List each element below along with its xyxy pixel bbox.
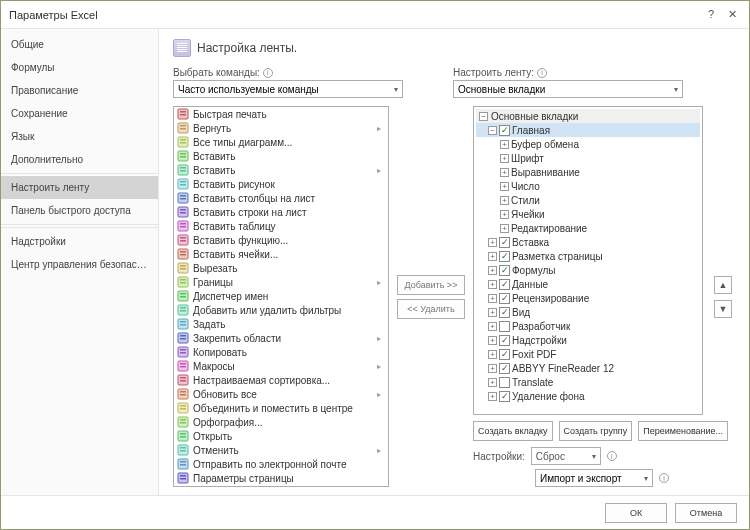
tree-item[interactable]: +✓Рецензирование [476, 291, 700, 305]
tree-item[interactable]: +✓Разметка страницы [476, 249, 700, 263]
checkbox[interactable]: ✓ [499, 349, 510, 360]
expander-icon[interactable]: + [488, 336, 497, 345]
tree-item[interactable]: +Разработчик [476, 319, 700, 333]
close-icon[interactable]: ✕ [728, 8, 737, 21]
cancel-button[interactable]: Отмена [675, 503, 737, 523]
expander-icon[interactable]: + [488, 280, 497, 289]
checkbox[interactable]: ✓ [499, 363, 510, 374]
expander-icon[interactable]: + [500, 196, 509, 205]
command-item[interactable]: Вставить строки на лист [174, 205, 388, 219]
sidebar-item[interactable]: Дополнительно [1, 148, 158, 171]
expander-icon[interactable]: + [488, 350, 497, 359]
ok-button[interactable]: ОК [605, 503, 667, 523]
tree-item[interactable]: +Редактирование [476, 221, 700, 235]
sidebar-item[interactable]: Надстройки [1, 230, 158, 253]
tree-item[interactable]: +✓Вставка [476, 235, 700, 249]
tree-item[interactable]: +Ячейки [476, 207, 700, 221]
command-item[interactable]: Добавить или удалить фильтры [174, 303, 388, 317]
info-icon[interactable]: i [537, 68, 547, 78]
command-item[interactable]: Отправить по электронной почте [174, 457, 388, 471]
command-item[interactable]: Вставить таблицу [174, 219, 388, 233]
command-item[interactable]: Обновить все▸ [174, 387, 388, 401]
command-item[interactable]: Параметры страницы [174, 471, 388, 485]
checkbox[interactable]: ✓ [499, 293, 510, 304]
expander-icon[interactable]: + [488, 392, 497, 401]
expander-icon[interactable]: + [488, 308, 497, 317]
tree-item[interactable]: +Число [476, 179, 700, 193]
expander-icon[interactable]: − [488, 126, 497, 135]
expander-icon[interactable]: + [500, 140, 509, 149]
remove-button[interactable]: << Удалить [397, 299, 465, 319]
command-item[interactable]: Задать [174, 317, 388, 331]
tree-item[interactable]: +✓Надстройки [476, 333, 700, 347]
new-tab-button[interactable]: Создать вкладку [473, 421, 553, 441]
expander-icon[interactable]: − [479, 112, 488, 121]
expander-icon[interactable]: + [488, 266, 497, 275]
reset-combo[interactable]: Сброс ▾ [531, 447, 601, 465]
expander-icon[interactable]: + [488, 322, 497, 331]
command-item[interactable]: Вставить функцию... [174, 233, 388, 247]
command-item[interactable]: Быстрая печать [174, 107, 388, 121]
checkbox[interactable]: ✓ [499, 251, 510, 262]
tree-item[interactable]: +Translate [476, 375, 700, 389]
command-item[interactable]: Настраиваемая сортировка... [174, 373, 388, 387]
command-item[interactable]: Все типы диаграмм... [174, 135, 388, 149]
sidebar-item[interactable]: Общие [1, 33, 158, 56]
tree-item[interactable]: +Шрифт [476, 151, 700, 165]
ribbon-tree[interactable]: −Основные вкладки−✓Главная+Буфер обмена+… [473, 106, 703, 415]
sidebar-item[interactable]: Панель быстрого доступа [1, 199, 158, 222]
tree-item[interactable]: +✓Формулы [476, 263, 700, 277]
tree-item[interactable]: +Выравнивание [476, 165, 700, 179]
checkbox[interactable]: ✓ [499, 391, 510, 402]
sidebar-item[interactable]: Формулы [1, 56, 158, 79]
command-item[interactable]: Вернуть▸ [174, 121, 388, 135]
checkbox[interactable]: ✓ [499, 237, 510, 248]
sidebar-item[interactable]: Правописание [1, 79, 158, 102]
expander-icon[interactable]: + [488, 364, 497, 373]
checkbox[interactable]: ✓ [499, 279, 510, 290]
expander-icon[interactable]: + [500, 182, 509, 191]
checkbox[interactable] [499, 377, 510, 388]
expander-icon[interactable]: + [500, 224, 509, 233]
command-item[interactable]: Границы▸ [174, 275, 388, 289]
checkbox[interactable]: ✓ [499, 125, 510, 136]
info-icon[interactable]: i [607, 451, 617, 461]
command-item[interactable]: Вставить▸ [174, 163, 388, 177]
tree-item[interactable]: +✓ABBYY FineReader 12 [476, 361, 700, 375]
tree-item[interactable]: +✓Удаление фона [476, 389, 700, 403]
tree-item[interactable]: +✓Вид [476, 305, 700, 319]
checkbox[interactable] [499, 321, 510, 332]
tree-item[interactable]: +✓Foxit PDF [476, 347, 700, 361]
expander-icon[interactable]: + [488, 252, 497, 261]
command-item[interactable]: Макросы▸ [174, 359, 388, 373]
import-export-combo[interactable]: Импорт и экспорт ▾ [535, 469, 653, 487]
command-item[interactable]: Диспетчер имен [174, 289, 388, 303]
command-item[interactable]: Вырезать [174, 261, 388, 275]
checkbox[interactable]: ✓ [499, 265, 510, 276]
command-item[interactable]: Копировать [174, 345, 388, 359]
expander-icon[interactable]: + [488, 238, 497, 247]
expander-icon[interactable]: + [500, 168, 509, 177]
checkbox[interactable]: ✓ [499, 335, 510, 346]
expander-icon[interactable]: + [500, 210, 509, 219]
customize-ribbon-combo[interactable]: Основные вкладки ▾ [453, 80, 683, 98]
command-item[interactable]: Вставить рисунок [174, 177, 388, 191]
checkbox[interactable]: ✓ [499, 307, 510, 318]
sidebar-item[interactable]: Центр управления безопасностью [1, 253, 158, 276]
command-item[interactable]: Вставить ячейки... [174, 247, 388, 261]
sidebar-item[interactable]: Сохранение [1, 102, 158, 125]
move-down-button[interactable]: ▼ [714, 300, 732, 318]
info-icon[interactable]: i [263, 68, 273, 78]
command-item[interactable]: Пересчет [174, 485, 388, 487]
tree-item[interactable]: −✓Главная [476, 123, 700, 137]
commands-listbox[interactable]: Быстрая печатьВернуть▸Все типы диаграмм.… [173, 106, 389, 487]
expander-icon[interactable]: + [500, 154, 509, 163]
tree-item[interactable]: +✓Данные [476, 277, 700, 291]
command-item[interactable]: Вставить столбцы на лист [174, 191, 388, 205]
command-item[interactable]: Отменить▸ [174, 443, 388, 457]
choose-commands-combo[interactable]: Часто используемые команды ▾ [173, 80, 403, 98]
add-button[interactable]: Добавить >> [397, 275, 465, 295]
command-item[interactable]: Открыть [174, 429, 388, 443]
expander-icon[interactable]: + [488, 294, 497, 303]
command-item[interactable]: Объединить и поместить в центре [174, 401, 388, 415]
